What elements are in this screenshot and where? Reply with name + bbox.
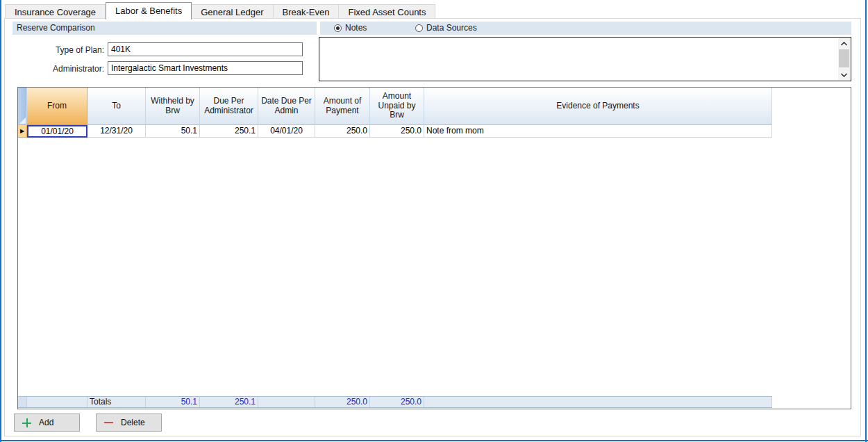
current-row-arrow-icon: ▶	[20, 129, 24, 134]
administrator-label: Administrator:	[26, 64, 104, 74]
cell-to[interactable]: 12/31/20	[87, 125, 146, 138]
table-row: ▶ 01/01/20 12/31/20 50.1 250.1 04/01/20 …	[18, 125, 851, 138]
tab-strip: Insurance Coverage Labor & Benefits Gene…	[5, 2, 435, 19]
cell-date-due-per-admin[interactable]: 04/01/20	[258, 125, 315, 138]
radio-selected-icon	[334, 24, 342, 32]
totals-selector-cell	[18, 397, 27, 407]
cell-due-per-administrator[interactable]: 250.1	[200, 125, 258, 138]
delete-button[interactable]: Delete	[96, 414, 162, 432]
scroll-down-icon[interactable]	[838, 69, 850, 80]
type-of-plan-label: Type of Plan:	[26, 45, 104, 55]
select-all-triangle-icon	[19, 117, 26, 124]
add-button-label: Add	[39, 418, 53, 427]
tab-labor-benefits[interactable]: Labor & Benefits	[106, 2, 192, 19]
totals-label: Totals	[87, 397, 146, 407]
administrator-input[interactable]	[108, 61, 303, 75]
delete-button-label: Delete	[121, 418, 145, 427]
data-sources-radio[interactable]: Data Sources	[415, 22, 477, 35]
tab-insurance-coverage[interactable]: Insurance Coverage	[5, 4, 106, 19]
reserve-comparison-header: Reserve Comparison	[12, 22, 317, 35]
column-header-to[interactable]: To	[87, 88, 146, 125]
column-header-amount-of-payment[interactable]: Amount of Payment	[315, 88, 370, 125]
type-of-plan-input[interactable]	[108, 42, 303, 56]
totals-due-per-administrator: 250.1	[200, 397, 258, 407]
column-header-due-per-administrator[interactable]: Due Per Administrator	[200, 88, 258, 125]
totals-amount-of-payment: 250.0	[315, 397, 370, 407]
tab-fixed-asset-counts[interactable]: Fixed Asset Counts	[339, 4, 435, 19]
cell-from[interactable]: 01/01/20	[27, 125, 87, 138]
notes-sources-bar: Notes Data Sources	[320, 22, 851, 35]
window-border-left	[0, 0, 1, 442]
data-sources-radio-label: Data Sources	[426, 22, 477, 35]
reserve-grid: From To Withheld by Brw Due Per Administ…	[17, 87, 851, 409]
column-header-amount-unpaid-by-brw[interactable]: Amount Unpaid by Brw	[370, 88, 424, 125]
totals-withheld-by-brw: 50.1	[146, 397, 200, 407]
column-header-from[interactable]: From	[27, 88, 87, 125]
row-selector[interactable]: ▶	[18, 125, 27, 138]
totals-date-due-per-admin	[258, 397, 315, 407]
window-border-bottom	[0, 440, 868, 441]
tab-break-even[interactable]: Break-Even	[274, 4, 340, 19]
add-button[interactable]: Add	[14, 414, 80, 432]
notes-textarea[interactable]	[319, 37, 851, 81]
column-header-date-due-per-admin[interactable]: Date Due Per Admin	[258, 88, 315, 125]
notes-scrollbar[interactable]	[838, 38, 850, 80]
radio-unselected-icon	[415, 24, 423, 32]
totals-row: Totals 50.1 250.1 250.0 250.0	[18, 396, 772, 408]
column-header-withheld-by-brw[interactable]: Withheld by Brw	[146, 88, 200, 125]
row-filler	[772, 125, 851, 138]
notes-radio-label: Notes	[345, 22, 367, 35]
totals-amount-unpaid-by-brw: 250.0	[370, 397, 424, 407]
cell-amount-of-payment[interactable]: 250.0	[315, 125, 370, 138]
plus-icon	[22, 418, 31, 427]
select-all-corner[interactable]	[18, 88, 27, 125]
window: Insurance Coverage Labor & Benefits Gene…	[0, 0, 868, 442]
scrollbar-thumb[interactable]	[839, 49, 849, 67]
grid-header-filler	[772, 88, 851, 125]
tab-general-ledger[interactable]: General Ledger	[192, 4, 273, 19]
grid-header-row: From To Withheld by Brw Due Per Administ…	[18, 88, 851, 125]
notes-radio[interactable]: Notes	[334, 22, 367, 35]
cell-withheld-by-brw[interactable]: 50.1	[146, 125, 200, 138]
minus-icon	[104, 422, 113, 423]
totals-evidence-of-payments	[424, 397, 772, 407]
column-header-evidence-of-payments[interactable]: Evidence of Payments	[424, 88, 772, 125]
cell-amount-unpaid-by-brw[interactable]: 250.0	[370, 125, 424, 138]
cell-evidence-of-payments[interactable]: Note from mom	[424, 125, 772, 138]
scroll-up-icon[interactable]	[838, 38, 850, 49]
totals-cell-from	[27, 397, 87, 407]
window-border-right	[865, 0, 867, 442]
